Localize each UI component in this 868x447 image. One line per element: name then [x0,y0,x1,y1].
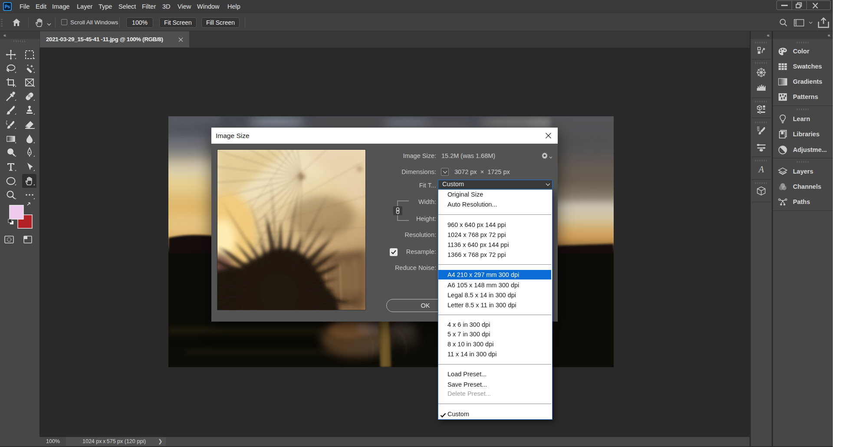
svg-text:Ps: Ps [5,4,10,9]
svg-text:A: A [758,164,764,174]
